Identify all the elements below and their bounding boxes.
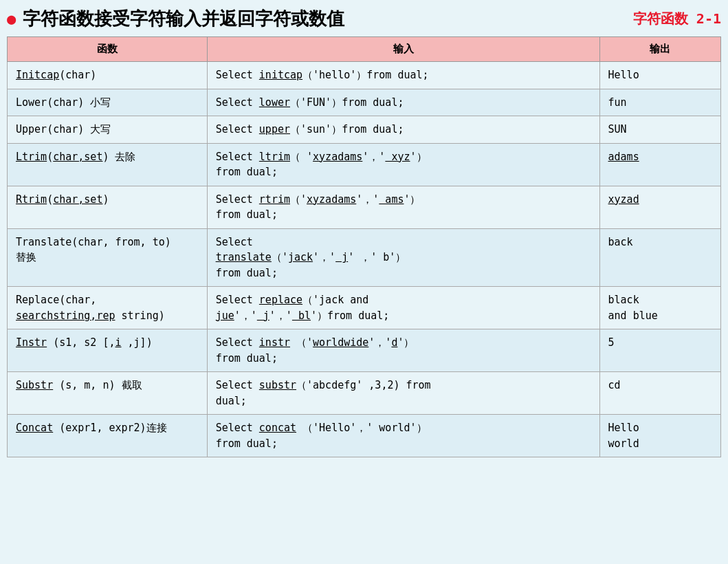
func-cell-upper: Upper(char) 大写 — [8, 116, 208, 144]
table-row: Replace(char,searchstring,rep string) Se… — [8, 287, 721, 329]
table-row: Concat (expr1, expr2)连接 Select concat （'… — [8, 415, 721, 457]
functions-table: 函数 输入 输出 Initcap(char) Select initcap（'h… — [7, 36, 721, 457]
func-cell-concat: Concat (expr1, expr2)连接 — [8, 415, 208, 457]
output-cell-rtrim: xyzad — [599, 186, 720, 228]
bullet-icon: ● — [7, 10, 16, 28]
col-header-func: 函数 — [8, 37, 208, 62]
input-cell-upper: Select upper（'sun'）from dual; — [207, 116, 599, 144]
func-cell-rtrim: Rtrim(char,set) — [8, 186, 208, 228]
input-cell-instr: Select instr （'worldwide'，'d'）from dual; — [207, 329, 599, 372]
func-cell-ltrim: Ltrim(char,set) 去除 — [8, 143, 208, 186]
output-cell-upper: SUN — [599, 116, 720, 144]
input-cell-initcap: Select initcap（'hello'）from dual; — [207, 62, 599, 89]
col-header-input: 输入 — [207, 37, 599, 62]
subtitle: 字符函数 2-1 — [633, 10, 721, 28]
input-cell-lower: Select lower（'FUN'）from dual; — [207, 89, 599, 116]
input-cell-ltrim: Select ltrim（ 'xyzadams'，' xyz'）from dua… — [207, 143, 599, 186]
output-cell-instr: 5 — [599, 329, 720, 372]
input-cell-substr: Select substr（'abcdefg' ,3,2) fromdual; — [207, 372, 599, 415]
input-cell-concat: Select concat （'Hello'，' world'）from dua… — [207, 415, 599, 457]
table-header-row: 函数 输入 输出 — [8, 37, 721, 62]
output-cell-replace: blackand blue — [599, 287, 720, 329]
output-cell-ltrim: adams — [599, 143, 720, 186]
table-row: Instr (s1, s2 [,i ,j]) Select instr （'wo… — [8, 329, 721, 372]
table-row: Upper(char) 大写 Select upper（'sun'）from d… — [8, 116, 721, 144]
input-cell-rtrim: Select rtrim（'xyzadams'，' ams'）from dual… — [207, 186, 599, 228]
input-cell-translate: Selecttranslate（'jack'，' j' ，' b'）from d… — [207, 228, 599, 287]
func-cell-substr: Substr (s, m, n) 截取 — [8, 372, 208, 415]
func-cell-instr: Instr (s1, s2 [,i ,j]) — [8, 329, 208, 372]
output-cell-translate: back — [599, 228, 720, 287]
table-row: Initcap(char) Select initcap（'hello'）fro… — [8, 62, 721, 89]
func-cell-lower: Lower(char) 小写 — [8, 89, 208, 116]
func-cell-translate: Translate(char, from, to)替换 — [8, 228, 208, 287]
table-row: Lower(char) 小写 Select lower（'FUN'）from d… — [8, 89, 721, 116]
page-header: ● 字符函数接受字符输入并返回字符或数值 字符函数 2-1 — [7, 7, 721, 31]
func-cell-replace: Replace(char,searchstring,rep string) — [8, 287, 208, 329]
func-cell-initcap: Initcap(char) — [8, 62, 208, 89]
col-header-output: 输出 — [599, 37, 720, 62]
input-cell-replace: Select replace（'jack andjue'，' j'，' bl'）… — [207, 287, 599, 329]
table-row: Substr (s, m, n) 截取 Select substr（'abcde… — [8, 372, 721, 415]
page-title: 字符函数接受字符输入并返回字符或数值 — [23, 7, 344, 31]
output-cell-substr: cd — [599, 372, 720, 415]
output-cell-concat: Helloworld — [599, 415, 720, 457]
output-cell-lower: fun — [599, 89, 720, 116]
table-row: Ltrim(char,set) 去除 Select ltrim（ 'xyzada… — [8, 143, 721, 186]
table-row: Translate(char, from, to)替换 Selecttransl… — [8, 228, 721, 287]
table-row: Rtrim(char,set) Select rtrim（'xyzadams'，… — [8, 186, 721, 228]
main-title-area: ● 字符函数接受字符输入并返回字符或数值 — [7, 7, 344, 31]
output-cell-initcap: Hello — [599, 62, 720, 89]
